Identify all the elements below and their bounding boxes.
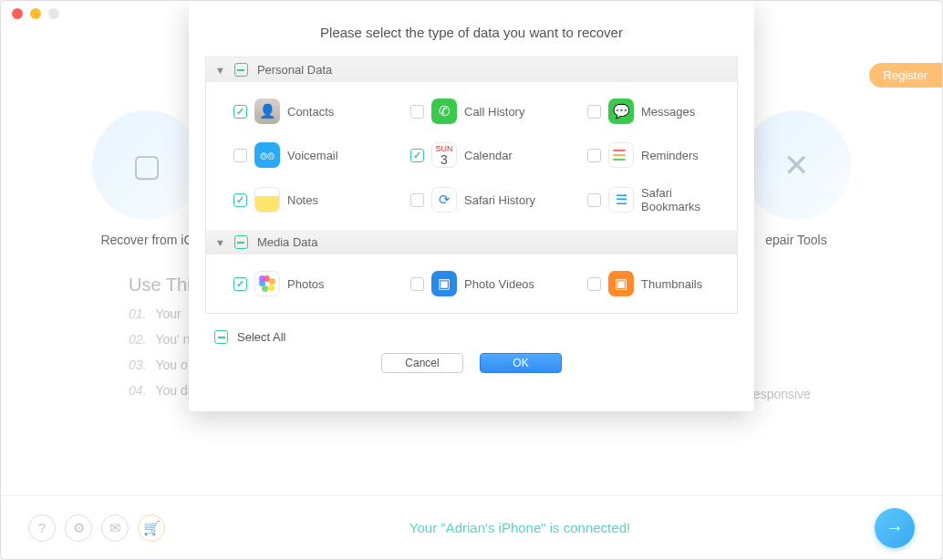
checkbox[interactable]: [587, 277, 601, 291]
option-label: Contacts: [287, 105, 334, 119]
checkbox[interactable]: [410, 193, 424, 207]
checkbox[interactable]: [233, 277, 247, 291]
repair-tools-mode: ✕ epair Tools: [741, 110, 851, 247]
photos-icon: [254, 271, 280, 296]
option-label: Messages: [641, 105, 695, 119]
repair-tools-label: epair Tools: [765, 233, 826, 247]
option-call-history[interactable]: ✆ Call History: [383, 89, 560, 133]
checkbox[interactable]: [410, 149, 424, 162]
option-label: Photo Videos: [464, 277, 534, 291]
option-voicemail[interactable]: ⌾⌾ Voicemail: [206, 133, 383, 177]
checkbox[interactable]: [587, 105, 601, 119]
group-header-personal[interactable]: ▼ Personal Data: [206, 57, 737, 82]
minimize-window-button[interactable]: [30, 8, 41, 19]
photo-videos-icon: ▣: [431, 271, 457, 296]
option-label: Safari History: [464, 193, 535, 207]
cancel-button[interactable]: Cancel: [381, 353, 463, 373]
thumbnails-icon: ▣: [608, 271, 634, 296]
safari-history-icon: ⟳: [431, 187, 457, 213]
option-label: Safari Bookmarks: [641, 186, 730, 213]
option-label: Call History: [464, 105, 524, 119]
group-grid-personal: 👤 Contacts ✆ Call History 💬 Messages ⌾⌾ …: [206, 82, 737, 230]
group-checkbox-media[interactable]: [234, 235, 248, 249]
select-all-label: Select All: [237, 330, 285, 344]
option-label: Thumbnails: [641, 277, 702, 291]
group-label: Media Data: [257, 235, 317, 249]
option-calendar[interactable]: SUN3 Calendar: [383, 133, 560, 177]
close-window-button[interactable]: [12, 8, 23, 19]
option-thumbnails[interactable]: ▣ Thumbnails: [560, 262, 737, 306]
checkbox[interactable]: [410, 277, 424, 291]
checkbox[interactable]: [587, 193, 601, 207]
checkbox[interactable]: [233, 149, 247, 162]
group-header-media[interactable]: ▼ Media Data: [206, 230, 737, 254]
phone-icon: ✆: [431, 99, 457, 124]
chevron-down-icon: ▼: [215, 65, 225, 76]
select-all-checkbox[interactable]: [214, 330, 228, 344]
messages-icon: 💬: [608, 99, 634, 124]
recover-icloud-mode: ▢ Recover from iC: [92, 110, 202, 247]
checkbox[interactable]: [233, 193, 247, 207]
option-messages[interactable]: 💬 Messages: [560, 89, 737, 133]
option-photos[interactable]: Photos: [206, 262, 383, 306]
option-label: Photos: [287, 277, 324, 291]
mail-button[interactable]: ✉: [101, 514, 129, 542]
option-label: Notes: [287, 193, 318, 207]
group-grid-media: Photos ▣ Photo Videos ▣ Thumbnails: [206, 254, 737, 313]
recover-icloud-label: Recover from iC: [100, 233, 192, 247]
checkbox[interactable]: [233, 105, 247, 119]
footer-bar: ? ⚙ ✉ 🛒 Your "Adrian's iPhone" is connec…: [1, 495, 942, 559]
calendar-icon: SUN3: [431, 142, 457, 168]
wrench-icon: ✕: [741, 110, 851, 220]
zoom-window-button[interactable]: [48, 8, 59, 19]
checkbox[interactable]: [410, 105, 424, 119]
notes-icon: [254, 187, 280, 213]
contacts-icon: 👤: [254, 99, 280, 124]
option-label: Calendar: [464, 149, 513, 162]
voicemail-icon: ⌾⌾: [254, 142, 280, 168]
option-photo-videos[interactable]: ▣ Photo Videos: [383, 262, 560, 306]
connection-status: Your "Adrian's iPhone" is connected!: [165, 520, 875, 535]
help-button[interactable]: ?: [28, 514, 56, 542]
checkbox[interactable]: [587, 149, 601, 162]
chevron-down-icon: ▼: [215, 237, 225, 248]
option-notes[interactable]: Notes: [206, 177, 383, 223]
app-window: Register ▢ Recover from iC ✕ epair Tools…: [0, 0, 943, 560]
option-contacts[interactable]: 👤 Contacts: [206, 89, 383, 133]
select-all-row[interactable]: Select All: [189, 314, 754, 349]
select-data-modal: Please select the type of data you want …: [189, 1, 754, 411]
devices-icon: ▢: [92, 110, 202, 220]
option-label: Voicemail: [287, 149, 338, 162]
modal-title: Please select the type of data you want …: [189, 1, 754, 57]
option-safari-history[interactable]: ⟳ Safari History: [383, 177, 560, 223]
group-checkbox-personal[interactable]: [234, 63, 248, 77]
ok-button[interactable]: OK: [480, 353, 562, 373]
next-button[interactable]: →: [875, 508, 915, 548]
option-safari-bookmarks[interactable]: ☰ Safari Bookmarks: [560, 177, 737, 223]
cart-button[interactable]: 🛒: [138, 514, 165, 542]
group-label: Personal Data: [257, 63, 332, 77]
register-button[interactable]: Register: [869, 63, 942, 88]
option-label: Reminders: [641, 149, 699, 162]
safari-bookmarks-icon: ☰: [608, 187, 634, 213]
reminders-icon: [608, 142, 634, 168]
option-reminders[interactable]: Reminders: [560, 133, 737, 177]
settings-button[interactable]: ⚙: [65, 514, 92, 542]
